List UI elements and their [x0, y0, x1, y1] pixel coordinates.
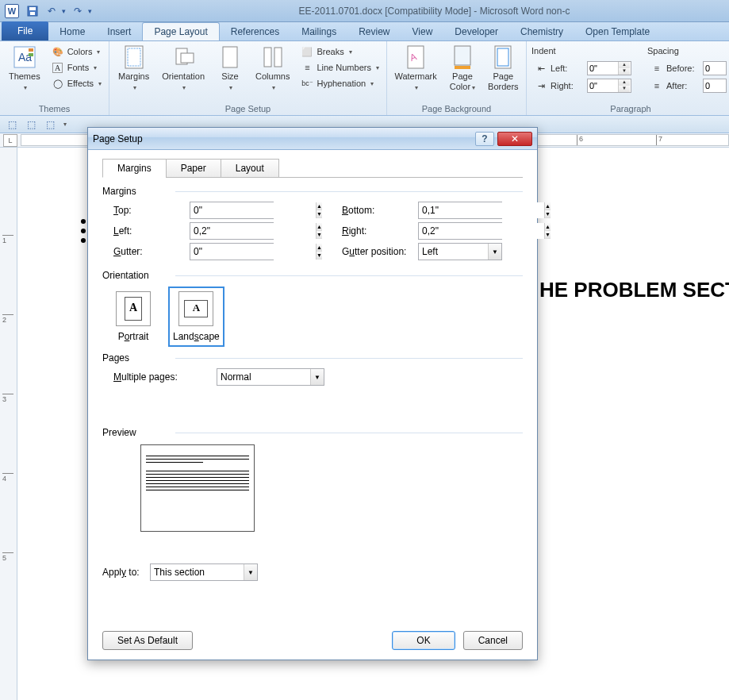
size-button[interactable]: Size▾ — [213, 43, 247, 94]
spin-up-icon[interactable]: ▲ — [317, 202, 322, 210]
orientation-button[interactable]: Orientation▾ — [157, 43, 209, 94]
themes-icon: Aa — [12, 44, 37, 70]
gutter-spinner[interactable]: ▲▼ — [190, 243, 274, 260]
orientation-portrait[interactable]: A Portrait — [113, 289, 153, 344]
ribbon-group-page-background: A Watermark▾ Page Color▾ Page Borders Pa… — [387, 41, 527, 115]
theme-effects-button[interactable]: ◯Effects▾ — [48, 76, 105, 90]
vertical-ruler[interactable]: 1 2 3 4 5 — [0, 148, 17, 700]
dialog-help-button[interactable]: ? — [475, 132, 494, 146]
themes-button[interactable]: Aa Themes▾ — [4, 43, 45, 94]
cancel-button[interactable]: Cancel — [463, 631, 523, 650]
dialog-tab-paper[interactable]: Paper — [166, 159, 221, 178]
qat-customize-icon[interactable]: ▾ — [88, 7, 92, 15]
margins-button[interactable]: Margins▾ — [113, 43, 154, 94]
theme-colors-button[interactable]: 🎨Colors▾ — [48, 44, 105, 59]
margin-bottom-spinner[interactable]: ▲▼ — [418, 202, 502, 219]
chevron-down-icon[interactable]: ▼ — [244, 564, 257, 580]
apply-to-combo[interactable]: This section▼ — [150, 563, 258, 581]
indent-left-row: ⇤Left:▲▼ — [531, 60, 635, 76]
tab-page-layout[interactable]: Page Layout — [142, 22, 219, 40]
spin-up-icon[interactable]: ▲ — [619, 62, 630, 68]
save-icon[interactable] — [25, 4, 40, 18]
set-as-default-button[interactable]: Set As Default — [102, 631, 193, 650]
tab-review[interactable]: Review — [347, 23, 401, 40]
orientation-landscape[interactable]: A Landscape — [171, 289, 222, 344]
spin-up-icon[interactable]: ▲ — [317, 244, 322, 252]
portrait-label: Portrait — [118, 331, 149, 342]
line-numbers-button[interactable]: ≡Line Numbers▾ — [297, 60, 382, 75]
fonts-icon: A — [52, 61, 64, 74]
redo-icon[interactable]: ↷ — [71, 4, 85, 18]
indent-right-row: ⇥Right:▲▼ — [531, 78, 635, 94]
spin-down-icon[interactable]: ▼ — [619, 68, 630, 75]
undo-icon[interactable]: ↶ — [44, 4, 59, 18]
svg-rect-10 — [181, 53, 194, 63]
spin-down-icon[interactable]: ▼ — [619, 86, 630, 92]
apply-to-label: Apply to: — [102, 567, 150, 578]
toolbar-button-1[interactable]: ⬚ — [5, 117, 19, 132]
tab-view[interactable]: View — [401, 23, 444, 40]
columns-button[interactable]: Columns▾ — [251, 43, 294, 94]
page-borders-button[interactable]: Page Borders — [483, 43, 524, 94]
dialog-close-button[interactable]: ✕ — [497, 132, 532, 146]
dialog-tabs: Margins Paper Layout — [102, 158, 523, 178]
tab-insert[interactable]: Insert — [96, 23, 142, 40]
spin-down-icon[interactable]: ▼ — [545, 210, 551, 218]
spin-down-icon[interactable]: ▼ — [317, 252, 322, 260]
dialog-tab-margins[interactable]: Margins — [102, 159, 167, 178]
margins-section-label: Margins — [102, 186, 523, 197]
spin-down-icon[interactable]: ▼ — [317, 231, 322, 239]
toolbar-button-3[interactable]: ⬚ — [43, 117, 57, 132]
indent-left-spinner[interactable]: ▲▼ — [587, 61, 631, 75]
spacing-before-spinner[interactable] — [703, 61, 727, 75]
hyphenation-icon: bc⁻ — [301, 77, 313, 90]
watermark-icon: A — [403, 44, 428, 70]
watermark-button[interactable]: A Watermark▾ — [389, 43, 441, 94]
spacing-after-spinner[interactable] — [703, 79, 727, 93]
preview-thumbnail — [140, 444, 255, 532]
toolbar-button-2[interactable]: ⬚ — [24, 117, 38, 132]
chevron-down-icon[interactable]: ▼ — [310, 369, 324, 385]
undo-dropdown-icon[interactable]: ▾ — [62, 7, 66, 15]
tab-references[interactable]: References — [220, 23, 290, 40]
page-color-button[interactable]: Page Color▾ — [445, 43, 480, 94]
ok-button[interactable]: OK — [392, 631, 455, 650]
multiple-pages-combo[interactable]: Normal▼ — [217, 368, 324, 386]
gutter-label: Gutter: — [113, 246, 190, 257]
bullet-point — [81, 229, 86, 233]
toolbar-dropdown-icon Icon[interactable]: ▾ — [63, 121, 67, 128]
margin-left-spinner[interactable]: ▲▼ — [190, 222, 274, 240]
tab-selector[interactable]: L — [3, 134, 17, 147]
spacing-after-row: ≡After: — [647, 78, 729, 94]
margin-top-spinner[interactable]: ▲▼ — [190, 202, 274, 219]
theme-fonts-button[interactable]: AFonts▾ — [48, 60, 105, 75]
chevron-down-icon[interactable]: ▼ — [488, 244, 501, 260]
page-borders-icon — [490, 44, 516, 70]
svg-rect-13 — [274, 48, 282, 67]
indent-right-spinner[interactable]: ▲▼ — [587, 79, 631, 93]
tab-home[interactable]: Home — [48, 23, 96, 40]
svg-rect-16 — [455, 46, 470, 65]
dialog-titlebar[interactable]: Page Setup ? ✕ — [88, 128, 537, 150]
hyphenation-button[interactable]: bc⁻Hyphenation▾ — [297, 76, 382, 90]
tab-mailings[interactable]: Mailings — [290, 23, 347, 40]
spin-down-icon[interactable]: ▼ — [317, 210, 322, 218]
ruler-tick: 7 — [656, 135, 662, 146]
file-tab[interactable]: File — [2, 21, 48, 40]
tab-open-template[interactable]: Open Template — [574, 23, 661, 40]
ribbon-group-paragraph: Indent ⇤Left:▲▼ ⇥Right:▲▼ Spacing ≡Befor… — [527, 41, 729, 115]
preview-section-label: Preview — [102, 427, 523, 438]
spin-up-icon[interactable]: ▲ — [317, 223, 322, 231]
spin-up-icon[interactable]: ▲ — [545, 202, 551, 210]
tab-developer[interactable]: Developer — [443, 23, 509, 40]
margin-right-label: Right: — [342, 225, 418, 237]
dialog-tab-layout[interactable]: Layout — [221, 159, 279, 178]
spin-down-icon[interactable]: ▼ — [545, 231, 551, 239]
orientation-icon — [171, 44, 196, 70]
gutter-position-combo[interactable]: Left▼ — [418, 243, 502, 260]
margin-right-spinner[interactable]: ▲▼ — [418, 222, 502, 240]
spin-up-icon[interactable]: ▲ — [619, 79, 630, 86]
tab-chemistry[interactable]: Chemistry — [509, 23, 574, 40]
breaks-button[interactable]: ⬜Breaks▾ — [297, 44, 382, 59]
spin-up-icon[interactable]: ▲ — [545, 223, 551, 231]
